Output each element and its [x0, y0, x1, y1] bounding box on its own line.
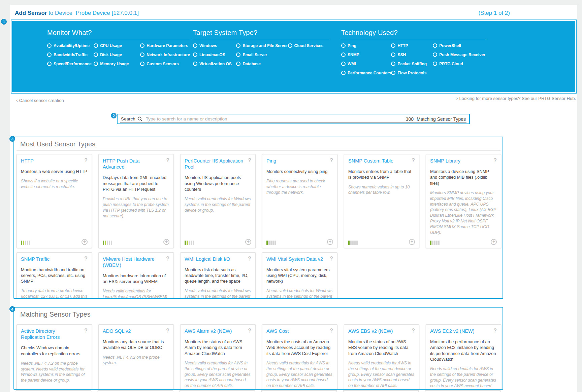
help-icon[interactable]: ?	[330, 328, 333, 334]
radio-option[interactable]: Memory Usage	[94, 62, 140, 66]
sensor-card-title[interactable]: Active Directory Replication Errors	[21, 328, 88, 340]
radio-circle-icon	[391, 52, 395, 57]
help-icon[interactable]: ?	[493, 328, 497, 334]
radio-option[interactable]: Speed/Performance	[47, 62, 94, 66]
radio-option[interactable]: SNMP	[341, 52, 391, 57]
sensor-card-title[interactable]: ADO SQL v2	[103, 328, 169, 334]
help-icon[interactable]: ?	[166, 256, 169, 262]
help-icon[interactable]: ?	[493, 157, 497, 164]
help-icon[interactable]: ?	[84, 157, 88, 164]
radio-option[interactable]: Custom Sensors	[140, 62, 190, 66]
radio-option[interactable]: Network Infrastructure	[140, 52, 190, 57]
radio-option[interactable]: PowerShell	[433, 43, 485, 48]
sensor-card-title[interactable]: Ping	[266, 158, 333, 164]
add-sensor-icon[interactable]: +	[327, 239, 333, 245]
sensor-card-title[interactable]: HTTP Push Data Advanced	[103, 158, 169, 170]
cancel-sensor-creation-link[interactable]: ‹Cancel sensor creation	[16, 98, 64, 103]
radio-option[interactable]: HTTP	[391, 43, 433, 48]
help-icon[interactable]: ?	[330, 157, 333, 164]
callout-badge-2: 2	[111, 113, 117, 118]
sensor-card: SNMP Library?Monitors a device using SNM…	[426, 154, 501, 248]
help-icon[interactable]: ?	[84, 328, 88, 334]
radio-option[interactable]: Push Message Receiver	[433, 52, 485, 57]
gauge-bar-icon	[103, 241, 104, 245]
radio-option-label: Speed/Performance	[54, 62, 92, 66]
radio-spacer	[433, 71, 485, 75]
radio-option[interactable]: Email Server	[236, 52, 288, 57]
sensor-card-description: Monitors the performance of an Amazon EC…	[430, 339, 497, 362]
sensor-card-note: To query data from a probe device (local…	[21, 288, 88, 299]
radio-option[interactable]: SSH	[391, 52, 433, 57]
sensor-card-title[interactable]: WMI Vital System Data v2	[266, 256, 333, 262]
help-icon[interactable]: ?	[248, 328, 251, 334]
help-icon[interactable]: ?	[84, 256, 88, 262]
radio-circle-icon	[94, 43, 98, 48]
radio-option[interactable]: Ping	[341, 43, 391, 48]
radio-option[interactable]: PRTG Cloud	[433, 62, 485, 66]
radio-option[interactable]: Disk Usage	[94, 52, 140, 57]
sensor-card-note: Needs valid credentials for AWS in the s…	[185, 360, 251, 389]
radio-option[interactable]: WMI	[341, 62, 391, 66]
sensor-card-cutoff	[261, 390, 337, 392]
gauge-bar-icon	[189, 241, 190, 245]
gauge-bar-icon	[436, 241, 438, 245]
help-icon[interactable]: ?	[248, 256, 251, 262]
help-icon[interactable]: ?	[412, 157, 415, 164]
sensor-card: SNMP Traffic?Monitors bandwidth and traf…	[17, 252, 92, 299]
help-icon[interactable]: ?	[166, 157, 169, 164]
radio-option[interactable]: Availability/Uptime	[47, 43, 94, 48]
gauge-bar-icon	[105, 241, 106, 245]
sensor-card-title[interactable]: HTTP	[21, 158, 88, 164]
sensor-card-title[interactable]: WMI Logical Disk I/O	[185, 256, 251, 262]
radio-option-label: PRTG Cloud	[439, 62, 463, 66]
radio-option[interactable]: Performance Counters	[341, 71, 391, 75]
sensor-card-title[interactable]: AWS EC2 v2 (NEW)	[430, 328, 497, 334]
sensor-card-title[interactable]: AWS Alarm v2 (NEW)	[185, 328, 251, 334]
gauge-bar-icon	[109, 241, 110, 245]
radio-option[interactable]: Cloud Services	[288, 43, 331, 48]
device-link[interactable]: Probe Device [127.0.0.1]	[76, 10, 139, 16]
section-most-used: Most Used Sensor Types HTTP?Monitors a w…	[13, 137, 503, 299]
gauge-bar-icon	[268, 241, 270, 245]
filter-group-title: Technology Used?	[341, 29, 485, 40]
radio-option[interactable]: Packet Sniffing	[391, 62, 433, 66]
help-icon[interactable]: ?	[412, 328, 415, 334]
search-input[interactable]	[146, 116, 406, 121]
gauge-bar-icon	[23, 241, 24, 245]
radio-option[interactable]: Bandwidth/Traffic	[47, 52, 94, 57]
add-sensor-icon[interactable]: +	[409, 239, 415, 245]
sensor-card-title[interactable]: AWS Cost	[266, 328, 333, 334]
add-sensor-icon[interactable]: +	[245, 239, 251, 245]
sensor-hub-link[interactable]: ›Looking for more sensor types? See our …	[456, 96, 576, 101]
sensor-card-title[interactable]: SNMP Library	[430, 158, 497, 164]
radio-circle-icon	[391, 62, 395, 66]
add-sensor-icon[interactable]: +	[491, 239, 497, 245]
sensor-card-title[interactable]: SNMP Traffic	[21, 256, 88, 262]
help-icon[interactable]: ?	[166, 328, 169, 334]
radio-option[interactable]: Linux/macOS	[193, 52, 236, 57]
radio-option[interactable]: Storage and File Server	[236, 43, 288, 48]
sensor-card-title[interactable]: VMware Host Hardware (WBEM)	[103, 256, 169, 268]
performance-impact-gauge	[21, 241, 30, 245]
help-icon[interactable]: ?	[248, 157, 251, 164]
filter-group-title: Monitor What?	[47, 29, 190, 40]
sensor-card-title[interactable]: SNMP Custom Table	[348, 158, 415, 164]
add-sensor-icon[interactable]: +	[163, 239, 169, 245]
help-icon[interactable]: ?	[330, 256, 333, 262]
sensor-card-title[interactable]: PerfCounter IIS Application Pool	[185, 158, 251, 170]
add-sensor-icon[interactable]: +	[82, 239, 88, 245]
radio-option[interactable]: Hardware Parameters	[140, 43, 190, 48]
radio-option[interactable]: Windows	[193, 43, 236, 48]
radio-circle-icon	[341, 52, 346, 57]
radio-option[interactable]: CPU Usage	[94, 43, 140, 48]
radio-option-label: WMI	[348, 62, 356, 66]
gauge-bar-icon	[193, 241, 194, 245]
performance-impact-gauge	[185, 241, 194, 245]
radio-option[interactable]: Database	[236, 62, 288, 66]
content-panel: Add Sensor to Device Probe Device [127.0…	[10, 5, 577, 392]
filter-group: Technology Used?PingHTTPPowerShellSNMPSS…	[341, 29, 485, 75]
radio-option[interactable]: Virtualization OS	[193, 62, 236, 66]
sensor-card-title[interactable]: AWS EBS v2 (NEW)	[348, 328, 415, 334]
radio-option[interactable]: Flow Protocols	[391, 71, 433, 75]
card-footer: +	[185, 236, 251, 245]
